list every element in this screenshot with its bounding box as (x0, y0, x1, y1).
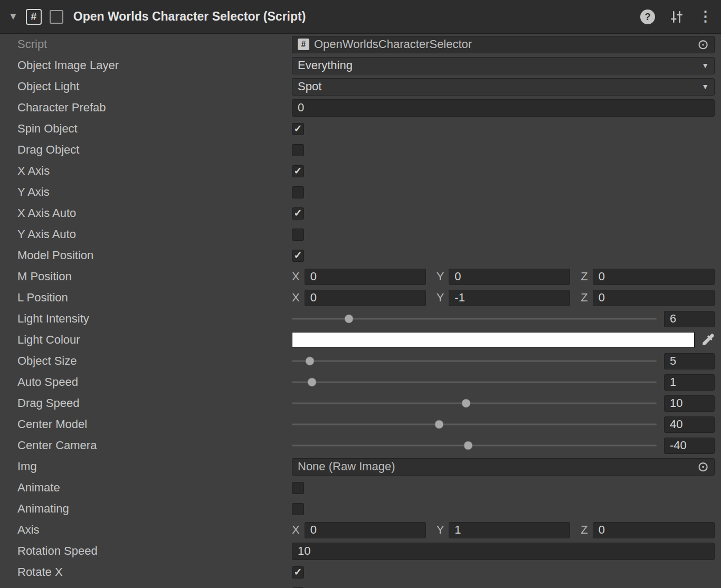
field-label: Auto Speed (0, 375, 292, 389)
slider-thumb[interactable] (308, 378, 317, 387)
object-field-value: None (Raw Image) (298, 460, 697, 473)
axis-y-label: Y (437, 523, 444, 537)
light-intensity-value-field[interactable]: 6 (664, 311, 715, 327)
field-label: M Position (0, 270, 292, 283)
drag-speed-value-field[interactable]: 10 (664, 395, 715, 412)
field-value: 6 (670, 312, 676, 326)
check-icon: ✓ (294, 208, 302, 218)
l-position-x-field[interactable]: 0 (305, 290, 426, 306)
component-header[interactable]: ▼ # Open Worlds Character Selector (Scri… (0, 0, 721, 34)
field-value: 0 (310, 523, 317, 537)
slider-thumb[interactable] (305, 357, 314, 366)
axis-z-field[interactable]: 0 (593, 522, 715, 538)
m-position-z-field[interactable]: 0 (593, 269, 715, 285)
slider-track (292, 361, 657, 362)
row-x-axis: X Axis ✓ (0, 160, 721, 182)
m-position-y-field[interactable]: 0 (449, 269, 570, 285)
rotation-speed-field[interactable]: 10 (292, 543, 715, 560)
row-center-model: Center Model 40 (0, 414, 721, 435)
row-object-size: Object Size 5 (0, 350, 721, 372)
slider-thumb[interactable] (435, 420, 444, 429)
model-position-checkbox[interactable]: ✓ (292, 250, 304, 262)
y-axis-auto-checkbox[interactable] (292, 229, 304, 241)
field-label: Light Colour (0, 333, 292, 347)
drag-object-checkbox[interactable] (292, 144, 304, 156)
chevron-down-icon: ▼ (701, 82, 709, 91)
animate-checkbox[interactable] (292, 482, 304, 494)
y-axis-checkbox[interactable] (292, 186, 304, 198)
auto-speed-slider[interactable] (292, 372, 657, 393)
field-label: Y Axis Auto (0, 227, 292, 241)
foldout-arrow-icon[interactable]: ▼ (8, 11, 18, 22)
object-field-value: OpenWorldsCharacterSelector (314, 37, 697, 51)
axis-y-field[interactable]: 1 (449, 522, 570, 538)
field-value: 5 (670, 354, 676, 368)
slider-thumb[interactable] (461, 399, 470, 408)
auto-speed-value-field[interactable]: 1 (664, 374, 715, 391)
object-light-dropdown[interactable]: Spot ▼ (292, 78, 715, 96)
x-axis-checkbox[interactable]: ✓ (292, 165, 304, 177)
field-label: Animating (0, 502, 292, 516)
slider-thumb[interactable] (345, 315, 354, 324)
field-label: Object Light (0, 80, 292, 93)
field-value: -40 (670, 439, 687, 452)
center-model-slider[interactable] (292, 414, 657, 435)
field-value: 0 (310, 270, 317, 283)
center-camera-slider[interactable] (292, 435, 657, 456)
dropdown-value: Spot (298, 80, 321, 93)
row-invert-x: Invert X (0, 583, 721, 588)
rotate-x-checkbox[interactable]: ✓ (292, 566, 304, 578)
eyedropper-icon[interactable] (701, 333, 715, 347)
check-icon: ✓ (294, 567, 302, 577)
object-picker-icon[interactable]: ⊙ (697, 37, 709, 51)
field-value: 40 (670, 418, 682, 431)
row-character-prefab: Character Prefab 0 (0, 97, 721, 118)
l-position-y-field[interactable]: -1 (449, 290, 570, 306)
light-colour-swatch[interactable] (292, 332, 695, 348)
row-m-position: M Position X 0 Y 0 Z 0 (0, 266, 721, 287)
x-axis-auto-checkbox[interactable]: ✓ (292, 207, 304, 220)
chevron-down-icon: ▼ (701, 61, 709, 70)
object-image-layer-dropdown[interactable]: Everything ▼ (292, 57, 715, 74)
kebab-menu-icon[interactable]: ⋮ (698, 10, 713, 24)
center-camera-value-field[interactable]: -40 (664, 438, 715, 454)
animating-checkbox[interactable] (292, 503, 304, 515)
center-model-value-field[interactable]: 40 (664, 416, 715, 433)
axis-z-label: Z (581, 523, 587, 537)
field-value: 0 (599, 270, 605, 283)
m-position-x-field[interactable]: 0 (305, 269, 426, 285)
field-label: Center Camera (0, 439, 292, 452)
row-center-camera: Center Camera -40 (0, 435, 721, 456)
drag-speed-slider[interactable] (292, 393, 657, 414)
row-object-light: Object Light Spot ▼ (0, 76, 721, 97)
component-enabled-checkbox[interactable] (50, 10, 63, 24)
field-label: Center Model (0, 418, 292, 431)
axis-z-label: Z (581, 291, 587, 305)
row-animating: Animating (0, 498, 721, 519)
field-label: Model Position (0, 249, 292, 262)
presets-icon[interactable] (670, 10, 684, 24)
slider-track (292, 424, 657, 425)
field-label: Light Intensity (0, 312, 292, 326)
row-auto-speed: Auto Speed 1 (0, 372, 721, 393)
slider-thumb[interactable] (463, 441, 472, 450)
field-label: Img (0, 460, 292, 473)
l-position-z-field[interactable]: 0 (593, 290, 715, 306)
light-intensity-slider[interactable] (292, 308, 657, 329)
spin-object-checkbox[interactable]: ✓ (292, 123, 304, 135)
object-size-value-field[interactable]: 5 (664, 353, 715, 369)
row-drag-speed: Drag Speed 10 (0, 393, 721, 414)
script-object-field[interactable]: # OpenWorldsCharacterSelector ⊙ (292, 36, 715, 53)
help-icon[interactable]: ? (640, 10, 655, 24)
axis-x-field[interactable]: 0 (305, 522, 426, 538)
field-value: 1 (454, 523, 461, 537)
dropdown-value: Everything (298, 59, 353, 72)
img-object-field[interactable]: None (Raw Image) ⊙ (292, 458, 715, 476)
character-prefab-field[interactable]: 0 (292, 99, 715, 117)
object-picker-icon[interactable]: ⊙ (697, 460, 709, 473)
field-label: Character Prefab (0, 101, 292, 115)
object-size-slider[interactable] (292, 350, 657, 372)
slider-track (292, 382, 657, 383)
field-label: Spin Object (0, 122, 292, 136)
check-icon: ✓ (294, 124, 302, 134)
